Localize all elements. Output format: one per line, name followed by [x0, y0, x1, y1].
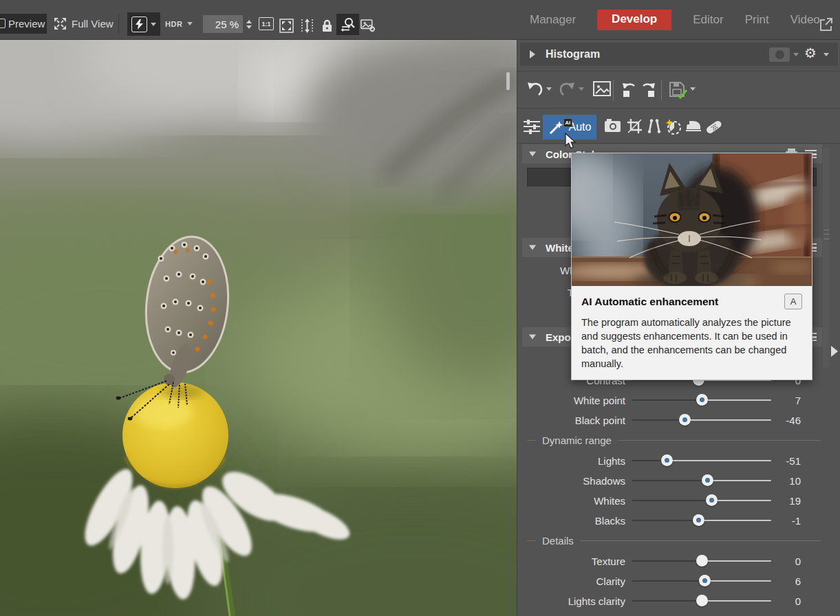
group-label-details: Details: [517, 530, 821, 551]
histogram-header[interactable]: Histogram ⚙: [520, 43, 838, 66]
gear-icon[interactable]: ⚙: [804, 45, 817, 61]
slider-track[interactable]: [632, 460, 771, 461]
slider-label: White point: [574, 394, 625, 406]
slider-label: Shadows: [583, 474, 625, 486]
camera-icon[interactable]: [604, 118, 621, 133]
export-icon[interactable]: [819, 17, 833, 32]
divider: [517, 71, 840, 72]
slider-label: Texture: [592, 555, 625, 566]
hdr-label: HDR: [165, 20, 182, 28]
slider-thumb[interactable]: [693, 514, 704, 526]
tab-manager[interactable]: Manager: [530, 13, 576, 27]
toolbar-separator: [613, 80, 614, 100]
module-tabs: ManagerDevelopEditorPrintVideo: [530, 0, 820, 40]
slider-thumb[interactable]: [706, 494, 718, 506]
ai-badge: AI: [563, 118, 573, 127]
slider-thumb[interactable]: [696, 555, 708, 566]
slider-label: Lights: [598, 454, 625, 466]
image-settings-icon[interactable]: [360, 18, 376, 33]
compare-button[interactable]: [336, 14, 359, 35]
slider-label: Lights clarity: [568, 595, 625, 606]
sliders-icon[interactable]: [523, 118, 541, 135]
tooltip-body: AI Automatic enhancement A The program a…: [572, 286, 812, 380]
zoom-stepper[interactable]: [245, 15, 253, 33]
slider-value: 0: [795, 595, 801, 606]
image-icon[interactable]: [593, 81, 611, 96]
crop-icon[interactable]: [627, 118, 643, 134]
slider-value: 7: [795, 394, 801, 406]
straighten-icon[interactable]: [647, 118, 662, 134]
histogram-overlay-icon[interactable]: [769, 47, 790, 62]
fit-width-button[interactable]: [299, 18, 314, 33]
slider-row-clarity: Clarity6: [517, 571, 821, 591]
mouse-cursor: [565, 133, 577, 150]
redo-icon[interactable]: [559, 81, 576, 98]
slider-thumb[interactable]: [702, 474, 713, 486]
photo-scrollbar[interactable]: [506, 72, 510, 90]
bandage-icon[interactable]: [704, 118, 723, 135]
preview-button[interactable]: Preview: [0, 14, 47, 34]
slider-thumb[interactable]: [699, 575, 711, 586]
slider-thumb[interactable]: [696, 595, 708, 606]
collapse-icon[interactable]: [529, 152, 536, 157]
shortcut-key-badge: A: [784, 294, 802, 309]
hdr-dropdown-caret[interactable]: [187, 22, 193, 25]
iron-smooth-icon[interactable]: [685, 118, 702, 132]
histogram-expand-icon[interactable]: [530, 50, 535, 58]
photo-canvas[interactable]: [0, 40, 517, 616]
slider-thumb[interactable]: [679, 414, 691, 426]
panel-scrollbar[interactable]: [823, 148, 830, 368]
tab-develop[interactable]: Develop: [597, 10, 671, 30]
histogram-overlay-caret[interactable]: [793, 53, 799, 56]
tab-editor[interactable]: Editor: [693, 13, 723, 27]
zoom-1-1-button[interactable]: 1:1: [259, 17, 274, 30]
auto-retouch-icon[interactable]: [664, 118, 683, 136]
slider-label: Clarity: [596, 575, 625, 586]
save-caret[interactable]: [690, 87, 696, 91]
lock-icon[interactable]: [319, 18, 334, 33]
zoom-1-1-label: 1:1: [261, 21, 270, 28]
slider-track[interactable]: [632, 419, 771, 421]
histogram-settings-caret[interactable]: [823, 53, 829, 56]
slider-thumb[interactable]: [696, 394, 708, 406]
slider-track[interactable]: [632, 500, 771, 501]
flash-auto-button[interactable]: [127, 12, 160, 36]
panel-scrollbar-grip[interactable]: [824, 230, 829, 239]
save-icon[interactable]: [669, 81, 688, 99]
zoom-up-icon[interactable]: [246, 20, 252, 23]
rotate-left-icon[interactable]: [621, 81, 638, 98]
undo-icon[interactable]: [526, 81, 543, 98]
fit-to-screen-button[interactable]: [279, 18, 294, 33]
magic-wand-icon: AI: [548, 119, 565, 135]
undo-caret[interactable]: [546, 87, 552, 91]
flash-dropdown-caret[interactable]: [151, 23, 156, 26]
collapse-icon[interactable]: [529, 245, 536, 250]
zoom-value: 25 %: [215, 19, 239, 30]
hdr-button[interactable]: HDR: [165, 15, 182, 33]
redo-caret[interactable]: [579, 87, 584, 91]
group-label-dynamic-range: Dynamic range: [517, 430, 821, 450]
tooltip-title: AI Automatic enhancement: [581, 296, 718, 308]
slider-value: -1: [792, 514, 801, 526]
toolbar-separator: [661, 80, 662, 100]
slider-value: -51: [786, 454, 801, 466]
tab-video[interactable]: Video: [790, 13, 820, 27]
panel-collapse-arrow[interactable]: [831, 346, 838, 357]
full-view-button[interactable]: Full View: [54, 14, 114, 34]
slider-label: Black point: [575, 414, 625, 426]
tab-print[interactable]: Print: [745, 13, 769, 27]
slider-row-texture: Texture0: [517, 551, 821, 571]
slider-row-white-point: White point7: [517, 390, 821, 410]
toolbar-separator: [118, 14, 119, 34]
zoom-down-icon[interactable]: [246, 25, 252, 29]
rotate-right-icon[interactable]: [640, 81, 657, 98]
slider-row-whites: Whites19: [517, 490, 821, 510]
slider-value: -46: [786, 414, 801, 426]
zoom-input[interactable]: 25 %: [203, 15, 243, 33]
slider-row-lights: Lights-51: [517, 450, 821, 470]
histogram-title: Histogram: [546, 48, 600, 60]
lightning-icon: [131, 16, 147, 32]
top-toolbar: Preview Full View HDR 25 % 1:1: [0, 0, 840, 40]
slider-thumb[interactable]: [661, 454, 673, 466]
collapse-icon[interactable]: [529, 335, 536, 340]
